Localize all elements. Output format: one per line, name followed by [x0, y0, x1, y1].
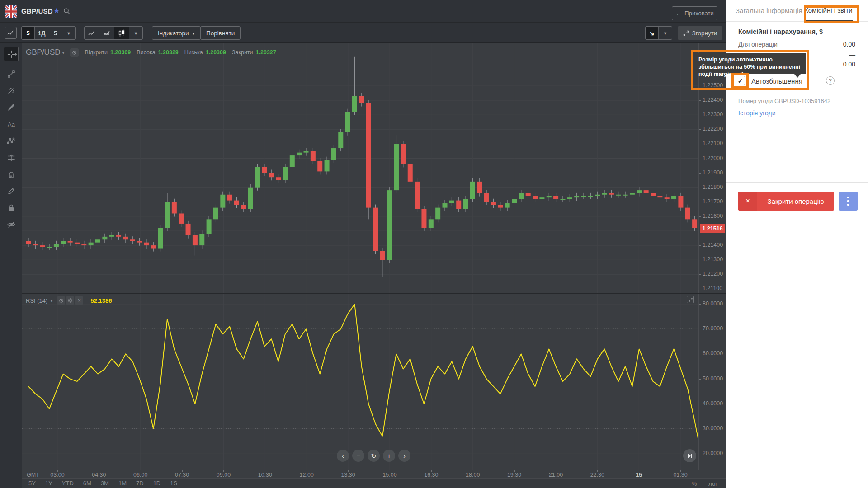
candle-body	[193, 235, 198, 245]
more-options-button[interactable]	[839, 192, 858, 211]
candle-body	[227, 195, 232, 201]
time-tick-label[interactable]: 09:00	[210, 472, 237, 478]
legend-caret-icon[interactable]: ▾	[62, 50, 65, 55]
time-tick-label[interactable]: 10:30	[251, 472, 278, 478]
close-operation-button[interactable]: × Закрити операцію	[738, 192, 834, 211]
candle-body	[75, 243, 80, 244]
rsi-caret-icon[interactable]: ▾	[50, 298, 52, 303]
tab-commissions-reports[interactable]: Комісійні і звіти	[804, 0, 853, 21]
range-button-ytd[interactable]: YTD	[62, 480, 74, 487]
tool-trend-line-icon[interactable]	[5, 68, 17, 80]
scale-button-percent[interactable]: %	[692, 480, 697, 487]
deal-history-link[interactable]: Історія угоди	[738, 109, 776, 117]
range-button-3m[interactable]: 3M	[101, 480, 109, 487]
time-tick-label[interactable]: 15	[625, 472, 652, 478]
range-button-1d[interactable]: 1D	[153, 480, 161, 487]
range-button-1s[interactable]: 1S	[170, 480, 177, 487]
collapse-button[interactable]: Згорнути	[678, 26, 722, 40]
tool-crosshair-icon[interactable]	[4, 47, 19, 61]
zoom-out-button[interactable]: −	[352, 450, 364, 462]
rsi-maximize-icon[interactable]	[687, 296, 694, 303]
tool-xabcd-pattern-icon[interactable]	[5, 135, 17, 147]
row-value-second: 0.00	[843, 61, 855, 68]
chart-type-dropdown[interactable]: ▾	[129, 27, 142, 39]
pan-left-button[interactable]: ‹	[337, 450, 349, 462]
range-button-1y[interactable]: 1Y	[45, 480, 52, 487]
candle-body	[283, 167, 288, 180]
arrow-se-icon[interactable]: ↘	[646, 27, 659, 39]
range-button-6m[interactable]: 6M	[83, 480, 91, 487]
tool-brush-icon[interactable]	[5, 101, 17, 113]
go-to-realtime-button[interactable]	[683, 449, 696, 462]
candle-body	[130, 239, 135, 241]
scale-mode-dropdown[interactable]: ▾	[659, 27, 672, 39]
interval-button-5b[interactable]: 5	[49, 27, 62, 39]
candle-body	[325, 160, 330, 172]
tool-magnet-icon[interactable]	[5, 168, 17, 180]
chart-style-icon-button[interactable]	[5, 27, 17, 39]
time-tick-label[interactable]: 15:00	[376, 472, 403, 478]
time-tick-label[interactable]: 06:00	[127, 472, 154, 478]
time-tick-label[interactable]: 04:30	[85, 472, 113, 478]
rsi-axis[interactable]: 80.000070.000060.000050.000040.000030.00…	[698, 294, 726, 470]
time-axis[interactable]: GMT 03:0004:3006:0007:3009:0010:3012:001…	[22, 470, 726, 478]
timezone-label[interactable]: GMT	[27, 472, 39, 478]
tool-hide-drawings-icon[interactable]	[5, 218, 17, 230]
rsi-settings-icon[interactable]	[66, 296, 74, 305]
tool-forecast-icon[interactable]	[5, 151, 17, 164]
candle-body	[352, 96, 357, 112]
indicators-button[interactable]: Індикатори▾	[152, 26, 201, 40]
zoom-in-button[interactable]: +	[383, 450, 395, 462]
time-tick-label[interactable]: 12:00	[293, 472, 320, 478]
candle-body	[477, 182, 482, 193]
hide-panel-button[interactable]: ← Приховати	[672, 6, 717, 20]
pan-right-button[interactable]: ›	[398, 450, 410, 462]
time-tick-label[interactable]: 07:30	[169, 472, 196, 478]
price-tick-label: 1.22100	[703, 140, 723, 146]
time-tick-label[interactable]: 19:30	[501, 472, 528, 478]
range-button-5y[interactable]: 5Y	[28, 480, 36, 487]
interval-button-5[interactable]: 5	[22, 27, 35, 39]
price-axis[interactable]: 1.225001.224001.223001.222001.221001.220…	[698, 43, 726, 293]
trading-app: Aa GBP/USD ★ ← Приховати	[0, 0, 868, 488]
time-tick-label[interactable]: 16:30	[418, 472, 445, 478]
rsi-label[interactable]: RSI (14)	[26, 297, 47, 304]
area-chart-icon[interactable]	[99, 27, 114, 39]
candle-body	[68, 241, 73, 242]
tab-general-info[interactable]: Загальна інформація	[736, 0, 802, 21]
tool-lock-icon[interactable]	[5, 202, 17, 214]
tool-pitchfork-icon[interactable]	[5, 84, 17, 97]
legend-symbol[interactable]: GBP/USD	[26, 48, 61, 57]
reset-zoom-button[interactable]: ↻	[368, 450, 380, 462]
time-tick-label[interactable]: 01:30	[667, 472, 694, 478]
scale-button-log[interactable]: лог	[708, 480, 717, 487]
search-icon[interactable]	[63, 8, 71, 15]
favorite-star-icon[interactable]: ★	[53, 6, 60, 15]
time-tick-label[interactable]: 22:30	[584, 472, 611, 478]
rsi-visibility-icon[interactable]	[57, 296, 65, 305]
compare-button[interactable]: Порівняти	[200, 26, 241, 40]
candles-chart-icon[interactable]	[114, 27, 129, 39]
candle-body	[47, 247, 52, 248]
range-button-7d[interactable]: 7D	[136, 480, 144, 487]
range-button-1m[interactable]: 1M	[118, 480, 127, 487]
time-tick-label[interactable]: 21:00	[542, 472, 569, 478]
candle-body	[220, 195, 225, 208]
tool-pencil-icon[interactable]	[5, 185, 17, 197]
candle-body	[95, 239, 100, 242]
open-value: 1.20309	[110, 49, 131, 56]
time-tick-label[interactable]: 13:30	[335, 472, 362, 478]
line-chart-icon[interactable]	[85, 27, 99, 39]
interval-dropdown[interactable]: ▾	[62, 27, 75, 39]
rsi-tick-label: 40.0000	[703, 400, 723, 407]
time-tick-label[interactable]: 18:00	[459, 472, 486, 478]
rsi-close-icon[interactable]: ×	[75, 296, 83, 305]
help-icon[interactable]: ?	[826, 76, 835, 85]
top-bar: GBP/USD ★ ← Приховати	[0, 0, 726, 23]
interval-button-1d[interactable]: 1Д	[35, 27, 49, 39]
price-tick-label: 1.21900	[703, 169, 723, 176]
visibility-icon[interactable]	[70, 48, 79, 57]
candle-body	[213, 208, 218, 220]
tool-text-icon[interactable]: Aa	[5, 118, 17, 130]
time-tick-label[interactable]: 03:00	[44, 472, 71, 478]
